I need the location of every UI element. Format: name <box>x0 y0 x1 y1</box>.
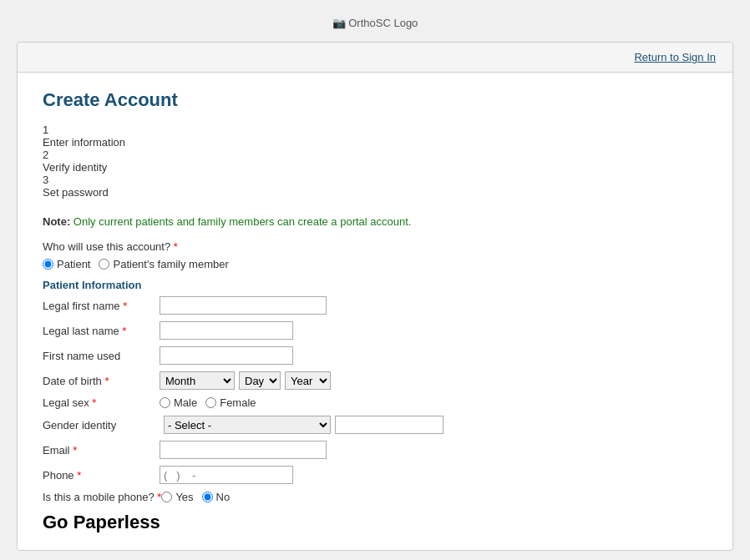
family-radio[interactable] <box>99 259 109 270</box>
legal-sex-row: Legal sex * Male Female <box>43 396 707 409</box>
first-name-used-label: First name used <box>43 350 160 362</box>
email-label: Email * <box>43 444 160 457</box>
year-select[interactable]: Year for(let i=2024;i>=1900;i--) documen… <box>285 371 331 390</box>
phone-row: Phone * <box>43 466 707 484</box>
date-of-birth-row: Date of birth * Month JanuaryFebruaryMar… <box>43 371 707 390</box>
note-text: Only current patients and family members… <box>73 215 412 228</box>
gender-identity-label: Gender identity <box>43 419 160 431</box>
patient-radio-label[interactable]: Patient <box>43 258 90 270</box>
main-card: Return to Sign In Create Account 1 Enter… <box>17 42 733 551</box>
gender-identity-row: Gender identity - Select - Non-binary Tr… <box>43 416 707 434</box>
family-label: Patient's family member <box>113 258 228 270</box>
mobile-yes-label[interactable]: Yes <box>161 491 193 503</box>
who-question-label: Who will use this account? * <box>43 240 707 253</box>
dob-selects: Month JanuaryFebruaryMarch AprilMayJune … <box>160 371 331 390</box>
mobile-question-label: Is this a mobile phone? * <box>43 491 161 503</box>
note-section: Note: Only current patients and family m… <box>43 215 707 228</box>
mobile-no-label[interactable]: No <box>202 491 231 503</box>
legal-last-name-row: Legal last name * <box>43 321 707 340</box>
logo: 📷 OrthoSC Logo <box>332 17 418 29</box>
card-header: Return to Sign In <box>18 43 732 73</box>
email-row: Email * <box>43 441 707 459</box>
logo-area: 📷 OrthoSC Logo <box>0 17 750 29</box>
first-name-used-input[interactable] <box>160 346 293 365</box>
no-label: No <box>216 491 231 503</box>
step-1: 1 Enter information <box>43 124 707 149</box>
steps-list: 1 Enter information 2 Verify identity 3 … <box>43 124 707 199</box>
email-input[interactable] <box>160 441 327 459</box>
female-radio-label[interactable]: Female <box>205 396 256 409</box>
female-label: Female <box>220 396 256 409</box>
female-radio[interactable] <box>205 397 216 408</box>
patient-radio[interactable] <box>43 259 53 270</box>
card-body: Create Account 1 Enter information 2 Ver… <box>18 73 732 550</box>
legal-first-name-label: Legal first name * <box>43 300 160 312</box>
legal-last-name-label: Legal last name * <box>43 325 160 337</box>
first-name-used-row: First name used <box>43 346 707 365</box>
phone-input[interactable] <box>160 466 293 484</box>
family-radio-label[interactable]: Patient's family member <box>99 258 228 270</box>
who-radio-group: Patient Patient's family member <box>43 258 707 270</box>
gender-identity-select[interactable]: - Select - Non-binary Transgender Other … <box>164 416 331 434</box>
mobile-yes-radio[interactable] <box>161 492 172 502</box>
mobile-radio-group: Yes No <box>161 491 230 503</box>
page-title: Create Account <box>43 89 707 111</box>
patient-info-header: Patient Information <box>43 279 707 291</box>
who-required-star: * <box>174 240 178 253</box>
dob-label: Date of birth * <box>43 375 160 387</box>
patient-label: Patient <box>57 258 90 270</box>
male-label: Male <box>174 396 197 409</box>
phone-label: Phone * <box>43 469 160 482</box>
month-select[interactable]: Month JanuaryFebruaryMarch AprilMayJune … <box>160 371 235 390</box>
logo-text: OrthoSC Logo <box>348 17 418 29</box>
male-radio[interactable] <box>160 397 170 408</box>
go-paperless-heading: Go Paperless <box>43 512 707 533</box>
legal-sex-label: Legal sex * <box>43 396 160 409</box>
step-3: 3 Set password <box>43 174 707 199</box>
note-label: Note: <box>43 215 70 228</box>
legal-last-name-input[interactable] <box>160 321 293 340</box>
legal-first-name-row: Legal first name * <box>43 296 707 315</box>
yes-label: Yes <box>175 491 193 503</box>
return-to-sign-in-link[interactable]: Return to Sign In <box>634 51 716 63</box>
who-question-section: Who will use this account? * Patient Pat… <box>43 240 707 270</box>
mobile-question-row: Is this a mobile phone? * Yes No <box>43 491 707 503</box>
male-radio-label[interactable]: Male <box>160 396 197 409</box>
gender-identity-text-input[interactable] <box>335 416 443 434</box>
step-2: 2 Verify identity <box>43 149 707 174</box>
legal-sex-radio-group: Male Female <box>160 396 256 409</box>
day-select[interactable]: Day for(let i=1;i<=31;i++) document.writ… <box>239 371 281 390</box>
mobile-no-radio[interactable] <box>202 492 213 502</box>
legal-first-name-input[interactable] <box>160 296 327 315</box>
